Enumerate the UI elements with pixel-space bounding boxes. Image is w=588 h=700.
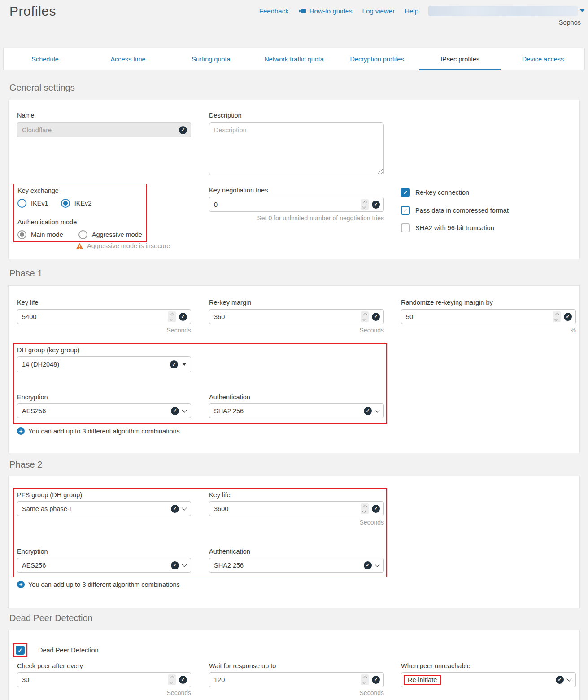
rekey-margin-label: Re-key margin (209, 299, 251, 306)
authentication-select[interactable]: SHA2 256 ✓ (209, 403, 384, 418)
phase2-key-life-input[interactable] (214, 505, 361, 512)
ikev1-label: IKEv1 (31, 200, 48, 207)
number-stepper-icon[interactable] (361, 503, 369, 514)
check-circle-icon: ✓ (372, 676, 380, 684)
tab-device-access[interactable]: Device access (501, 48, 584, 70)
phase2-heading: Phase 2 (9, 459, 42, 470)
tab-access-time[interactable]: Access time (87, 48, 170, 70)
dh-group-select[interactable]: 14 (DH2048) ✓ (17, 356, 191, 372)
check-circle-icon: ✓ (171, 561, 179, 569)
feedback-label: Feedback (259, 7, 289, 15)
chevron-down-icon (182, 562, 187, 567)
rekey-connection-checkbox[interactable]: ✓ (401, 188, 410, 197)
tab-ipsec-profiles[interactable]: IPsec profiles (418, 48, 501, 70)
randomize-margin-input[interactable] (406, 313, 553, 320)
key-life-label: Key life (17, 299, 39, 306)
phase2-key-life-unit: Seconds (209, 519, 384, 526)
chevron-down-icon (375, 562, 379, 567)
aggressive-mode-radio[interactable] (78, 230, 87, 239)
check-circle-icon: ✓ (179, 313, 187, 321)
account-name-redacted[interactable] (428, 6, 578, 16)
account-selector[interactable] (428, 6, 584, 16)
number-stepper-icon[interactable] (168, 311, 176, 322)
tab-surfing-quota[interactable]: Surfing quota (170, 48, 253, 70)
ikev1-radio[interactable] (17, 199, 26, 208)
number-stepper-icon[interactable] (361, 311, 369, 322)
check-peer-label: Check peer after every (17, 662, 83, 669)
key-life-unit: Seconds (17, 327, 191, 334)
feedback-link[interactable]: Feedback (259, 7, 289, 15)
phase2-authentication-value: SHA2 256 (214, 562, 364, 569)
key-negotiation-tries-input[interactable] (214, 201, 361, 208)
plus-circle-icon[interactable]: + (17, 581, 25, 588)
tab-decryption-profiles[interactable]: Decryption profiles (335, 48, 418, 70)
page-title: Profiles (9, 4, 56, 19)
check-circle-icon: ✓ (179, 676, 187, 684)
wait-response-unit: Seconds (209, 689, 384, 696)
ikev2-label: IKEv2 (74, 200, 92, 207)
compressed-format-row: ✓ Pass data in compressed format (401, 206, 509, 215)
peer-unreachable-select[interactable]: Re-initiate ✓ (401, 672, 576, 687)
warning-triangle-icon (76, 243, 83, 249)
phase2-encryption-label: Encryption (17, 548, 48, 555)
peer-unreachable-label: When peer unreachable (401, 662, 470, 669)
add-combination-note: You can add up to 3 different algorithm … (28, 428, 180, 435)
phase1-card: Key life ✓ Seconds Re-key margin ✓ Secon… (8, 285, 580, 453)
help-link[interactable]: Help (405, 7, 418, 15)
check-peer-input[interactable] (22, 676, 168, 683)
add-combination-row: + You can add up to 3 different algorith… (17, 581, 180, 588)
check-circle-icon: ✓ (171, 407, 179, 415)
chevron-down-icon (182, 505, 187, 510)
log-viewer-link[interactable]: Log viewer (362, 7, 395, 15)
check-peer-field: ✓ (17, 672, 191, 687)
check-peer-unit: Seconds (17, 689, 191, 696)
tab-label: Network traffic quota (264, 56, 324, 63)
tab-network-traffic-quota[interactable]: Network traffic quota (253, 48, 335, 70)
tab-label: Device access (522, 56, 564, 63)
plus-circle-icon[interactable]: + (17, 427, 25, 435)
check-circle-icon: ✓ (171, 505, 179, 513)
authentication-value: SHA2 256 (214, 407, 364, 415)
header-links: Feedback How-to guides Log viewer Help (259, 5, 584, 16)
key-life-input[interactable] (22, 313, 168, 320)
number-stepper-icon[interactable] (168, 674, 176, 685)
dh-group-value: 14 (DH2048) (22, 361, 170, 368)
brand-label: Sophos (559, 19, 581, 26)
phase2-encryption-select[interactable]: AES256 ✓ (17, 558, 191, 573)
ipsec-profiles-page: { "header": { "title": "Profiles", "feed… (0, 0, 588, 700)
general-settings-card: Name ✓ Description Key exchange IKEv1 IK… (8, 100, 580, 259)
caret-down-icon[interactable] (580, 9, 584, 12)
howto-guides-label: How-to guides (309, 7, 353, 15)
encryption-select[interactable]: AES256 ✓ (17, 403, 191, 418)
main-mode-radio[interactable] (17, 230, 26, 239)
tab-schedule[interactable]: Schedule (4, 48, 87, 70)
dh-group-label: DH group (key group) (17, 346, 79, 354)
wait-response-field: ✓ (209, 672, 384, 687)
pfs-group-select[interactable]: Same as phase-I ✓ (17, 501, 191, 516)
dpd-checkbox[interactable]: ✓ (16, 646, 25, 655)
number-stepper-icon[interactable] (361, 674, 369, 685)
dpd-enable-row: ✓ Dead Peer Detection (16, 646, 99, 655)
help-label: Help (405, 7, 418, 15)
sha2-truncation-checkbox[interactable] (401, 223, 410, 232)
phase1-heading: Phase 1 (9, 268, 42, 279)
number-stepper-icon[interactable] (553, 311, 561, 322)
general-settings-heading: General settings (9, 83, 75, 93)
chevron-down-icon (566, 676, 571, 681)
wait-response-input[interactable] (214, 676, 361, 683)
key-life-field: ✓ (17, 309, 191, 324)
howto-guides-link[interactable]: How-to guides (299, 7, 353, 15)
encryption-value: AES256 (22, 407, 171, 415)
phase2-authentication-select[interactable]: SHA2 256 ✓ (209, 558, 384, 573)
rekey-margin-field: ✓ (209, 309, 384, 324)
number-stepper-icon[interactable] (361, 199, 369, 210)
video-camera-icon (299, 8, 306, 14)
description-textarea[interactable] (209, 122, 384, 175)
compressed-format-checkbox[interactable]: ✓ (401, 206, 410, 215)
caret-down-icon (183, 363, 186, 366)
rekey-margin-input[interactable] (214, 313, 361, 320)
ikev2-radio[interactable] (61, 199, 70, 208)
key-negotiation-tries-field: ✓ (209, 197, 384, 212)
check-circle-icon: ✓ (364, 407, 372, 415)
tab-label: Decryption profiles (350, 56, 404, 63)
